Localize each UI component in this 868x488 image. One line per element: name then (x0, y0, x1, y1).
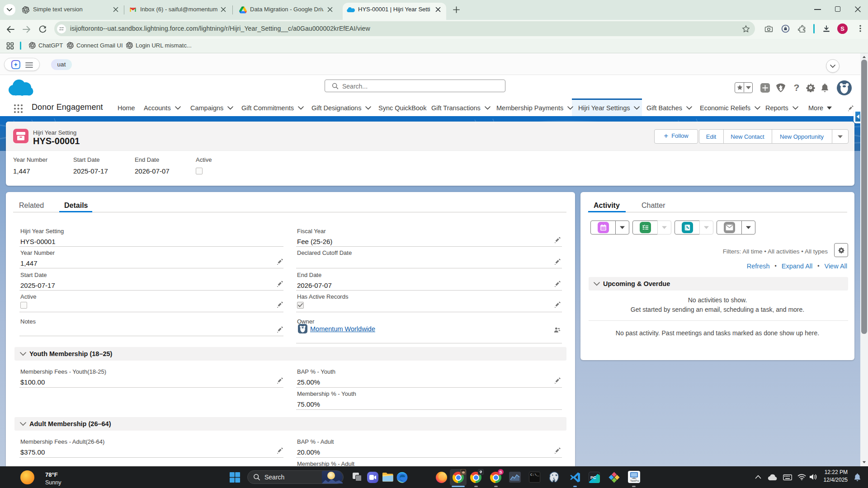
svg-text:?: ? (794, 83, 800, 93)
